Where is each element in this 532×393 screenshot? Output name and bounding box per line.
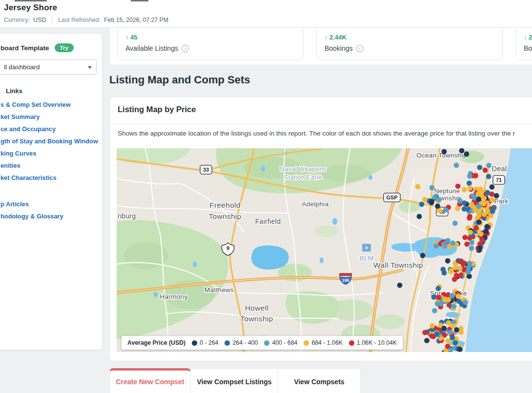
listing-dot[interactable] bbox=[481, 201, 487, 206]
listing-dot[interactable] bbox=[450, 240, 455, 246]
listing-dot[interactable] bbox=[494, 193, 499, 198]
listing-dot[interactable] bbox=[484, 224, 490, 229]
sidebar-link[interactable]: enities bbox=[0, 159, 102, 172]
listing-dot[interactable] bbox=[456, 298, 462, 304]
listing-dot[interactable] bbox=[452, 340, 458, 346]
listing-dot[interactable] bbox=[450, 323, 455, 329]
sidebar-link[interactable]: hodology & Glossary bbox=[0, 210, 102, 222]
listing-dot[interactable] bbox=[450, 293, 455, 298]
sidebar-link[interactable]: king Curves bbox=[0, 147, 102, 159]
listing-dot[interactable] bbox=[490, 184, 495, 190]
listing-dot[interactable] bbox=[435, 301, 440, 307]
listing-dot[interactable] bbox=[457, 347, 463, 352]
listing-dot[interactable] bbox=[446, 320, 451, 326]
listing-dot[interactable] bbox=[477, 189, 482, 195]
info-icon[interactable]: i bbox=[356, 45, 364, 52]
sidebar-link[interactable]: ket Characteristics bbox=[0, 172, 102, 184]
listing-dot[interactable] bbox=[452, 276, 457, 282]
listing-dot[interactable] bbox=[446, 297, 451, 302]
info-icon[interactable]: i bbox=[182, 45, 189, 52]
listing-dot[interactable] bbox=[469, 246, 474, 251]
listing-dot[interactable] bbox=[424, 338, 430, 343]
listing-dot[interactable] bbox=[469, 202, 474, 207]
listing-dot[interactable] bbox=[454, 327, 459, 333]
listing-dot[interactable] bbox=[436, 286, 441, 291]
listing-dot[interactable] bbox=[477, 245, 483, 251]
listing-dot[interactable] bbox=[473, 173, 478, 178]
listing-dot[interactable] bbox=[440, 267, 446, 272]
listing-dot[interactable] bbox=[435, 203, 440, 209]
listing-dot[interactable] bbox=[431, 295, 437, 300]
listing-dot[interactable] bbox=[450, 335, 455, 340]
listing-dot[interactable] bbox=[484, 229, 489, 234]
listing-dot[interactable] bbox=[442, 241, 447, 247]
listing-dot[interactable] bbox=[477, 209, 482, 214]
listing-dot[interactable] bbox=[455, 294, 461, 299]
listing-dot[interactable] bbox=[467, 185, 472, 191]
listing-dot[interactable] bbox=[455, 183, 461, 189]
listing-dot[interactable] bbox=[443, 207, 449, 213]
tab-create-new-compset[interactable]: Create New Compset bbox=[109, 368, 191, 393]
listing-dot[interactable] bbox=[445, 258, 450, 264]
listing-map[interactable]: Naval WeaponsStation EarleOcean Township… bbox=[117, 148, 532, 352]
listing-dot[interactable] bbox=[480, 237, 485, 242]
listing-dot[interactable] bbox=[432, 308, 437, 314]
tab-view-compsets[interactable]: View Compsets bbox=[278, 368, 361, 393]
listing-dot[interactable] bbox=[445, 344, 450, 349]
listing-dot[interactable] bbox=[477, 165, 482, 170]
listing-dot[interactable] bbox=[472, 207, 478, 213]
listing-dot[interactable] bbox=[430, 185, 435, 191]
listing-dot[interactable] bbox=[463, 300, 468, 305]
listing-dot[interactable] bbox=[442, 149, 447, 155]
listing-dot[interactable] bbox=[469, 240, 474, 245]
listing-dot[interactable] bbox=[448, 330, 453, 335]
listing-dot[interactable] bbox=[420, 253, 426, 258]
listing-dot[interactable] bbox=[429, 334, 434, 339]
listing-dot[interactable] bbox=[417, 214, 422, 219]
listing-dot[interactable] bbox=[462, 187, 467, 193]
sidebar-link[interactable]: ket Summary bbox=[0, 111, 102, 123]
listing-dot[interactable] bbox=[467, 174, 472, 179]
listing-dot[interactable] bbox=[448, 269, 453, 275]
dashboard-template-select[interactable]: ll dashboard bbox=[0, 59, 97, 75]
listing-dot[interactable] bbox=[468, 230, 473, 235]
listing-dot[interactable] bbox=[457, 266, 463, 271]
listing-dot[interactable] bbox=[476, 196, 481, 202]
listing-dot[interactable] bbox=[482, 212, 487, 217]
listing-dot[interactable] bbox=[486, 174, 491, 179]
listing-dot[interactable] bbox=[419, 202, 425, 207]
sidebar-link[interactable]: p Articles bbox=[0, 198, 102, 210]
listing-dot[interactable] bbox=[462, 260, 467, 266]
listing-dot[interactable] bbox=[473, 225, 479, 231]
listing-dot[interactable] bbox=[464, 152, 470, 157]
listing-dot[interactable] bbox=[467, 216, 472, 221]
listing-dot[interactable] bbox=[467, 180, 472, 186]
listing-dot[interactable] bbox=[483, 168, 488, 173]
listing-dot[interactable] bbox=[467, 261, 472, 266]
listing-dot[interactable] bbox=[462, 235, 468, 240]
listing-dot[interactable] bbox=[451, 304, 457, 309]
listing-dot[interactable] bbox=[422, 197, 428, 202]
sidebar-link[interactable]: gth of Stay and Booking Window bbox=[0, 135, 102, 147]
listing-dot[interactable] bbox=[476, 219, 482, 225]
listing-dot[interactable] bbox=[452, 221, 458, 226]
listing-dot[interactable] bbox=[478, 232, 484, 237]
listing-dot[interactable] bbox=[458, 273, 463, 278]
listing-dot[interactable] bbox=[433, 243, 439, 249]
listing-dot[interactable] bbox=[457, 198, 463, 203]
listing-dot[interactable] bbox=[466, 269, 471, 275]
listing-dot[interactable] bbox=[455, 206, 460, 211]
listing-dot[interactable] bbox=[491, 206, 496, 211]
listing-dot[interactable] bbox=[459, 148, 465, 153]
listing-dot[interactable] bbox=[464, 241, 470, 247]
listing-dot[interactable] bbox=[429, 199, 434, 204]
listing-dot[interactable] bbox=[430, 323, 435, 329]
tab-view-compset-listings[interactable]: View Compset Listings bbox=[190, 368, 278, 393]
listing-dot[interactable] bbox=[397, 283, 403, 288]
sidebar-link[interactable]: ce and Occupancy bbox=[0, 123, 102, 135]
listing-dot[interactable] bbox=[422, 330, 428, 335]
listing-dot[interactable] bbox=[441, 326, 447, 331]
listing-dot[interactable] bbox=[485, 190, 491, 196]
listing-dot[interactable] bbox=[462, 206, 467, 212]
sidebar-link[interactable]: s & Comp Set Overview bbox=[0, 98, 102, 111]
